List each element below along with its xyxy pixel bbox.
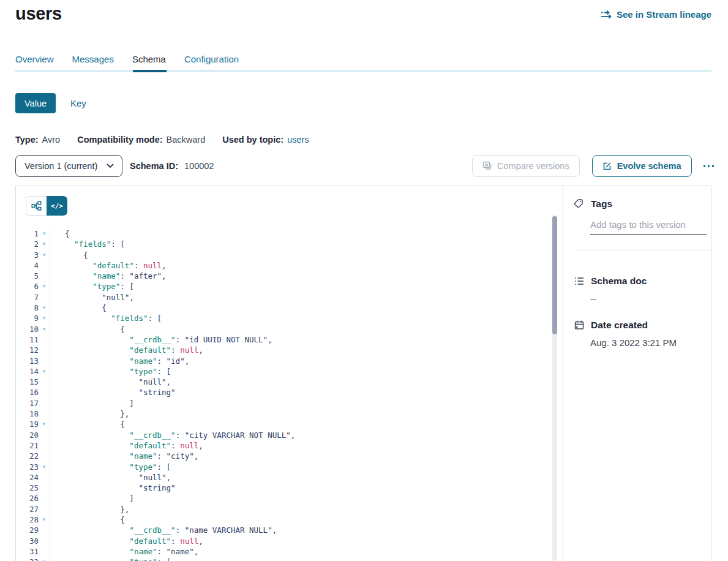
fold-toggle-icon[interactable]: ▾ bbox=[39, 303, 50, 313]
evolve-schema-label: Evolve schema bbox=[617, 161, 681, 171]
fold-toggle-icon[interactable]: ▾ bbox=[39, 557, 50, 561]
code-text: "type": [ bbox=[50, 462, 171, 472]
code-text: "default": null, bbox=[50, 536, 203, 546]
fold-spacer bbox=[39, 271, 50, 281]
code-line: 4 "default": null, bbox=[16, 260, 563, 271]
schema-meta: Type: Avro Compatibility mode: Backward … bbox=[15, 135, 309, 145]
code-line: 25 "string" bbox=[16, 483, 563, 493]
tab-underline bbox=[15, 70, 711, 72]
code-text: { bbox=[50, 324, 125, 334]
topic-link[interactable]: users bbox=[287, 135, 309, 145]
fold-spacer bbox=[39, 345, 50, 355]
line-number: 16 bbox=[16, 387, 39, 397]
code-line: 22 "name": "city", bbox=[16, 451, 563, 461]
code-line: 29 "__crdb__": "name VARCHAR NULL", bbox=[16, 525, 563, 535]
code-line: 6▾ "type": [ bbox=[16, 281, 563, 292]
schema-panel: </> 1▾{2▾ "fields": [3▾ {4 "default": nu… bbox=[15, 186, 711, 561]
code-line: 3▾ { bbox=[16, 250, 563, 260]
list-icon bbox=[574, 276, 585, 287]
code-text: { bbox=[50, 514, 125, 525]
fold-toggle-icon[interactable]: ▾ bbox=[39, 462, 50, 472]
compatibility-value: Backward bbox=[167, 135, 206, 145]
fold-toggle-icon[interactable]: ▾ bbox=[39, 324, 50, 334]
code-line: 12 "default": null, bbox=[16, 345, 563, 355]
line-number: 17 bbox=[16, 398, 39, 409]
add-tags-input[interactable] bbox=[590, 219, 707, 235]
line-number: 26 bbox=[16, 493, 39, 503]
see-in-stream-lineage-link[interactable]: See in Stream lineage bbox=[601, 9, 711, 20]
code-line: 18 }, bbox=[16, 409, 563, 419]
key-link[interactable]: Key bbox=[70, 98, 86, 108]
code-text: ] bbox=[50, 398, 134, 409]
value-key-toggle: Value Key bbox=[15, 93, 86, 113]
code-text: "null", bbox=[50, 292, 134, 303]
code-view-button[interactable]: </> bbox=[47, 196, 67, 216]
schema-id: Schema ID: 100002 bbox=[130, 161, 214, 171]
tags-heading: Tags bbox=[591, 198, 612, 209]
code-text: "type": [ bbox=[50, 557, 171, 561]
fold-spacer bbox=[39, 525, 50, 535]
line-number: 3 bbox=[16, 250, 39, 260]
chevron-down-icon bbox=[107, 164, 114, 168]
fold-toggle-icon[interactable]: ▾ bbox=[39, 419, 50, 429]
schema-sidebar: Tags Schema doc -- bbox=[563, 186, 711, 561]
code-text: "__crdb__": "id UUID NOT NULL", bbox=[50, 334, 272, 345]
schema-page: users See in Stream lineage Overview Mes… bbox=[0, 0, 728, 561]
code-text: ] bbox=[50, 493, 134, 503]
tree-view-button[interactable] bbox=[26, 196, 47, 216]
code-line: 31 "name": "name", bbox=[16, 546, 563, 557]
code-line: 10▾ { bbox=[16, 324, 563, 334]
type-value: Avro bbox=[42, 135, 61, 145]
fold-toggle-icon[interactable]: ▾ bbox=[39, 239, 50, 249]
line-number: 7 bbox=[16, 292, 39, 303]
code-text: "null", bbox=[50, 377, 171, 387]
value-button[interactable]: Value bbox=[15, 93, 56, 113]
line-number: 20 bbox=[16, 430, 39, 440]
code-lines: 1▾{2▾ "fields": [3▾ {4 "default": null,5… bbox=[16, 228, 563, 561]
line-number: 30 bbox=[16, 536, 39, 546]
line-number: 29 bbox=[16, 525, 39, 535]
fold-spacer bbox=[39, 292, 50, 303]
edit-icon bbox=[602, 162, 612, 171]
code-line: 11 "__crdb__": "id UUID NOT NULL", bbox=[16, 334, 563, 345]
stream-lineage-icon bbox=[601, 10, 612, 19]
line-number: 15 bbox=[16, 377, 39, 387]
evolve-schema-button[interactable]: Evolve schema bbox=[592, 155, 692, 177]
fold-spacer bbox=[39, 536, 50, 546]
code-text: "string" bbox=[50, 483, 176, 493]
view-mode-toggle: </> bbox=[26, 196, 67, 216]
fold-spacer bbox=[39, 260, 50, 271]
code-line: 2▾ "fields": [ bbox=[16, 239, 563, 249]
tags-section-header: Tags bbox=[574, 198, 711, 209]
line-number: 21 bbox=[16, 440, 39, 451]
code-text: "fields": [ bbox=[50, 313, 162, 323]
code-text: "name": "city", bbox=[50, 451, 198, 461]
fold-spacer bbox=[39, 409, 50, 419]
date-created-heading: Date created bbox=[591, 320, 648, 331]
code-text: "__crdb__": "city VARCHAR NOT NULL", bbox=[50, 430, 295, 440]
editor-scrollbar-thumb[interactable] bbox=[552, 216, 557, 334]
fold-toggle-icon[interactable]: ▾ bbox=[39, 313, 50, 323]
code-line: 17 ] bbox=[16, 398, 563, 409]
more-actions-button[interactable] bbox=[702, 161, 716, 171]
line-number: 27 bbox=[16, 504, 39, 514]
fold-spacer bbox=[39, 356, 50, 366]
line-number: 13 bbox=[16, 356, 39, 366]
fold-toggle-icon[interactable]: ▾ bbox=[39, 250, 50, 260]
line-number: 6 bbox=[16, 281, 39, 292]
code-text: { bbox=[50, 250, 88, 260]
line-number: 11 bbox=[16, 334, 39, 345]
code-text: "type": [ bbox=[50, 281, 134, 292]
code-line: 30 "default": null, bbox=[16, 536, 563, 546]
line-number: 4 bbox=[16, 260, 39, 271]
version-select[interactable]: Version 1 (current) bbox=[15, 155, 122, 177]
fold-toggle-icon[interactable]: ▾ bbox=[39, 366, 50, 377]
compare-versions-button[interactable]: Compare versions bbox=[472, 155, 580, 177]
fold-spacer bbox=[39, 430, 50, 440]
code-line: 8▾ { bbox=[16, 303, 563, 313]
compatibility-label: Compatibility mode: bbox=[77, 135, 162, 145]
fold-toggle-icon[interactable]: ▾ bbox=[39, 514, 50, 525]
fold-toggle-icon[interactable]: ▾ bbox=[39, 228, 50, 239]
fold-toggle-icon[interactable]: ▾ bbox=[39, 281, 50, 292]
code-line: 13 "name": "id", bbox=[16, 356, 563, 366]
